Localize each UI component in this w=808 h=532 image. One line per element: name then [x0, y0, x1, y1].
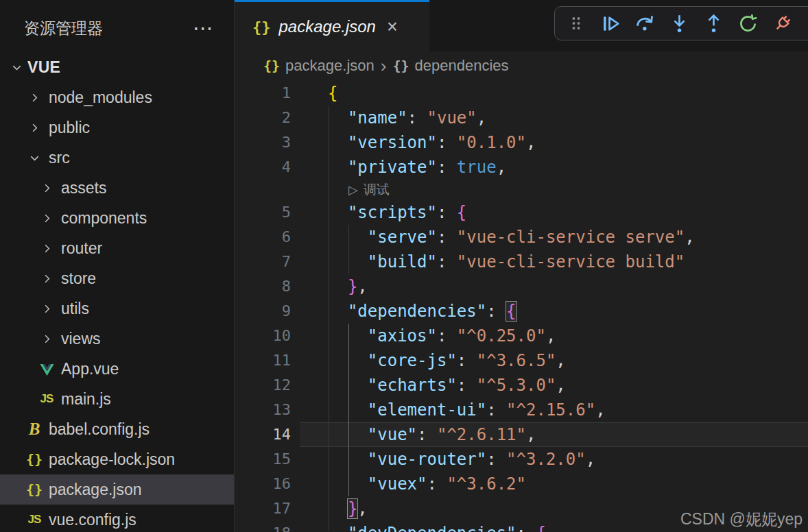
- chevron-right-icon: [36, 173, 58, 203]
- line-number[interactable]: 12: [235, 373, 291, 398]
- line-number[interactable]: 14: [235, 422, 291, 447]
- code-line: 1{: [235, 81, 808, 106]
- js-icon: JS: [23, 505, 45, 532]
- line-number[interactable]: 1: [235, 81, 291, 106]
- code-line: 6 "serve": "vue-cli-service serve",: [235, 225, 808, 250]
- code-line: 12 "echarts": "^5.3.0",: [235, 373, 808, 398]
- line-number[interactable]: 6: [235, 225, 291, 250]
- vue-icon: [36, 354, 58, 384]
- line-number[interactable]: 11: [235, 348, 291, 373]
- file-label: babel.config.js: [49, 420, 150, 439]
- sidebar-item-app-vue[interactable]: App.vue: [0, 354, 234, 384]
- debug-continue-button[interactable]: [595, 8, 626, 38]
- debug-step-out-button[interactable]: [698, 8, 729, 38]
- code-line: 9 "dependencies": {: [235, 299, 808, 324]
- chevron-right-icon: [36, 293, 58, 324]
- line-number[interactable]: 16: [235, 472, 291, 496]
- chevron-right-icon: [36, 263, 58, 293]
- file-label: main.js: [61, 390, 111, 409]
- sidebar-item-store[interactable]: store: [0, 263, 234, 293]
- chevron-right-icon: [36, 324, 58, 354]
- line-number[interactable]: 2: [235, 106, 291, 130]
- tab-package-json[interactable]: {} package.json ×: [235, 0, 429, 51]
- sidebar-item-node-modules[interactable]: node_modules: [0, 82, 234, 112]
- sidebar-item-src[interactable]: src: [0, 143, 234, 173]
- code-text: "core-js": "^3.6.5",: [328, 348, 566, 373]
- line-number[interactable]: 4: [235, 155, 291, 180]
- code-text: },: [328, 274, 368, 299]
- debug-more-button[interactable]: [800, 8, 808, 38]
- code-line: 15 "vue-router": "^3.2.0",: [235, 447, 808, 472]
- breadcrumb-item-dependencies[interactable]: {}dependencies: [392, 57, 508, 75]
- sidebar-item-package-json[interactable]: {}package.json: [0, 474, 234, 505]
- line-number[interactable]: 18: [235, 521, 291, 532]
- more-actions-button[interactable]: ⋯: [193, 21, 215, 35]
- debug-disconnect-button[interactable]: [766, 8, 798, 38]
- sidebar-item-assets[interactable]: assets: [0, 173, 234, 203]
- line-number[interactable]: 5: [235, 200, 291, 225]
- sidebar-item-package-lock-json[interactable]: {}package-lock.json: [0, 444, 234, 474]
- explorer-header: 资源管理器 ⋯: [0, 0, 234, 52]
- line-number[interactable]: 7: [235, 250, 291, 274]
- sidebar-item-vue-root[interactable]: VUE: [0, 52, 234, 82]
- sidebar-item-utils[interactable]: utils: [0, 293, 234, 324]
- watermark: CSDN @妮妮yep: [680, 509, 803, 530]
- chevron-down-icon: [23, 143, 45, 173]
- file-label: assets: [61, 179, 106, 197]
- code-line: 16 "vuex": "^3.6.2": [235, 472, 808, 496]
- sidebar-item-router[interactable]: router: [0, 233, 234, 263]
- file-label: package.json: [49, 481, 142, 499]
- code-text: "vue-router": "^3.2.0",: [328, 447, 595, 472]
- code-line: 2 "name": "vue",: [235, 106, 808, 130]
- sidebar-item-babel-config-js[interactable]: Bbabel.config.js: [0, 414, 234, 444]
- line-number[interactable]: 17: [235, 496, 291, 521]
- line-number[interactable]: 9: [235, 299, 291, 324]
- tab-label: package.json: [279, 17, 376, 36]
- json-icon: {}: [23, 474, 45, 505]
- debug-drag-handle-button[interactable]: [560, 8, 592, 38]
- code-line: 8 },: [235, 274, 808, 299]
- sidebar-item-main-js[interactable]: JSmain.js: [0, 384, 234, 414]
- line-number[interactable]: 3: [235, 130, 291, 155]
- breadcrumb-separator: ›: [381, 59, 387, 73]
- code-text: "vuex": "^3.6.2": [328, 472, 526, 496]
- line-number[interactable]: 15: [235, 447, 291, 472]
- close-icon[interactable]: ×: [387, 19, 398, 35]
- code-text: "scripts": {: [328, 200, 466, 225]
- vscode-window: 资源管理器 ⋯ VUE node_modulespublicsrcassetsc…: [0, 0, 808, 532]
- explorer-title: 资源管理器: [24, 18, 193, 39]
- chevron-right-icon: [36, 203, 58, 233]
- debug-restart-button[interactable]: [732, 8, 763, 38]
- code-editor[interactable]: 1{2 "name": "vue",3 "version": "0.1.0",4…: [235, 80, 808, 532]
- code-text: {: [328, 81, 337, 106]
- file-label: components: [61, 209, 147, 228]
- codelens-label[interactable]: 调试: [364, 180, 390, 200]
- file-label: public: [49, 119, 90, 137]
- debug-step-into-button[interactable]: [663, 8, 695, 38]
- code-line: 14 "vue": "^2.6.11",: [235, 422, 808, 447]
- code-text: "echarts": "^5.3.0",: [328, 373, 566, 398]
- continue-icon: [600, 13, 621, 34]
- sidebar-item-public[interactable]: public: [0, 112, 234, 143]
- object-symbol-icon: {}: [392, 57, 409, 75]
- codelens-debug: ▷调试: [235, 180, 808, 200]
- sidebar-item-vue-config-js[interactable]: JSvue.config.js: [0, 505, 234, 532]
- sidebar-item-views[interactable]: views: [0, 324, 234, 354]
- line-number[interactable]: 10: [235, 324, 291, 348]
- line-number[interactable]: 13: [235, 398, 291, 422]
- breadcrumb: {}package.json›{}dependencies: [235, 51, 808, 80]
- code-text: "vue": "^2.6.11",: [328, 422, 536, 447]
- code-text: "version": "0.1.0",: [328, 130, 536, 155]
- file-label: node_modules: [49, 88, 152, 107]
- debug-step-over-button[interactable]: [629, 8, 661, 38]
- drag-handle-icon: [567, 14, 586, 33]
- chevron-right-icon: [23, 82, 45, 112]
- workspace-root-label: VUE: [27, 58, 60, 77]
- breadcrumb-item-package-json[interactable]: {}package.json: [263, 57, 375, 75]
- line-number[interactable]: 8: [235, 274, 291, 299]
- sidebar-item-components[interactable]: components: [0, 203, 234, 233]
- tab-bar: {} package.json ×: [235, 0, 808, 51]
- code-line: 3 "version": "0.1.0",: [235, 130, 808, 155]
- chevron-right-icon: [23, 112, 45, 143]
- code-text: "element-ui": "^2.15.6",: [328, 398, 606, 422]
